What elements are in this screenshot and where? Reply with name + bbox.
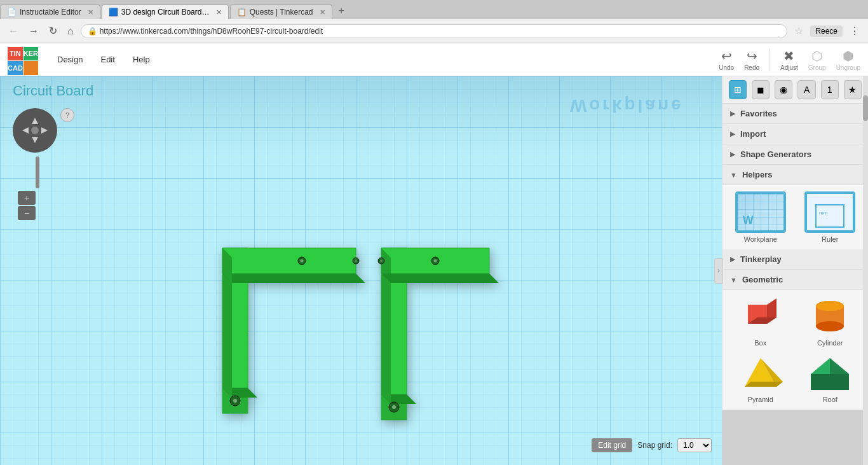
circuit-board-shape[interactable]: [172, 204, 527, 458]
svg-point-25: [434, 260, 437, 263]
menu-help[interactable]: Help: [125, 51, 158, 68]
star-view-button[interactable]: ★: [844, 80, 862, 99]
svg-marker-0: [32, 118, 38, 124]
tab-quests[interactable]: 📋 Quests | Tinkercad ✕: [230, 4, 332, 19]
adjust-action[interactable]: ✖ Adjust: [780, 48, 798, 71]
user-button[interactable]: Reece: [810, 25, 843, 37]
svg-point-4: [31, 127, 39, 134]
ungroup-icon: ⬢: [843, 48, 853, 64]
pyramid-svg: [738, 355, 783, 393]
import-section-header[interactable]: ▶ Import: [722, 124, 868, 144]
edit-grid-button[interactable]: Edit grid: [592, 438, 632, 452]
redo-label: Redo: [744, 64, 759, 71]
tab-close-2[interactable]: ✕: [216, 8, 222, 17]
svg-point-21: [392, 405, 396, 409]
helper-workplane[interactable]: Workplane: [729, 191, 792, 243]
refresh-button[interactable]: ↻: [46, 24, 60, 38]
pyramid-label: Pyramid: [748, 396, 773, 403]
canvas-area[interactable]: Workplane Circuit Board ?: [0, 76, 722, 465]
ruler-visual: mm: [806, 193, 854, 232]
panel-sections: ▶ Favorites ▶ Import ▶ Shape Generators: [722, 104, 868, 410]
redo-icon: ↪: [747, 48, 757, 64]
cube-view-button[interactable]: ◼: [752, 80, 770, 99]
tab-instructable[interactable]: 📄 Instructable Editor ✕: [0, 4, 100, 19]
logo[interactable]: TIN KER CAD: [8, 47, 39, 73]
tab-close-3[interactable]: ✕: [320, 8, 325, 17]
new-tab-button[interactable]: +: [334, 3, 349, 19]
ruler-svg: mm: [813, 202, 848, 230]
url-text: https://www.tinkercad.com/things/hD8wRoo…: [100, 27, 781, 36]
globe-view-button[interactable]: ◉: [775, 80, 792, 99]
helpers-section-header[interactable]: ▼ Helpers: [722, 165, 868, 185]
scroll-thumb: [863, 95, 868, 121]
favorites-section-header[interactable]: ▶ Favorites: [722, 104, 868, 124]
back-button[interactable]: ←: [5, 24, 22, 38]
bookmark-button[interactable]: ☆: [791, 24, 806, 38]
view-orbit-control[interactable]: [13, 108, 57, 153]
zoom-out-button[interactable]: −: [18, 206, 36, 220]
address-bar[interactable]: 🔒 https://www.tinkercad.com/things/hD8wR…: [81, 24, 788, 38]
svg-rect-30: [816, 205, 844, 227]
logo-cell-ker: KER: [24, 47, 38, 61]
group-icon: ⬡: [811, 48, 822, 64]
toolbar: TIN KER CAD Design Edit Help ↩ Undo ↪ Re…: [0, 43, 868, 76]
import-title: Import: [740, 129, 766, 139]
svg-point-41: [816, 301, 844, 311]
home-button[interactable]: ⌂: [64, 24, 77, 38]
logo-grid: TIN KER CAD: [8, 47, 36, 75]
project-title: Circuit Board: [13, 83, 93, 99]
ungroup-action[interactable]: ⬢ Ungroup: [836, 48, 860, 71]
geometric-section: Box: [722, 290, 868, 410]
help-button[interactable]: ?: [60, 108, 74, 122]
browser-chrome: 📄 Instructable Editor ✕ 🟦 3D design Circ…: [0, 0, 868, 43]
svg-point-19: [233, 399, 237, 403]
settings-button[interactable]: ⋮: [846, 24, 863, 38]
undo-icon: ↩: [721, 48, 732, 64]
shape-generators-section-header[interactable]: ▶ Shape Generators: [722, 144, 868, 165]
nav-bar: ← → ↻ ⌂ 🔒 https://www.tinkercad.com/thin…: [0, 19, 868, 43]
geo-box[interactable]: Box: [729, 296, 792, 347]
geo-roof[interactable]: Roof: [799, 353, 862, 403]
tinkerplay-section-header[interactable]: ▶ Tinkerplay: [722, 249, 868, 270]
svg-marker-6: [222, 248, 356, 274]
logo-cell-cad: CAD: [8, 61, 23, 75]
geometric-title: Geometric: [742, 275, 783, 284]
svg-point-29: [380, 260, 383, 262]
bottom-controls: Edit grid Snap grid: 1.0 0.5 0.25 2.0: [592, 438, 712, 452]
scroll-indicator[interactable]: [863, 76, 868, 410]
undo-action[interactable]: ↩ Undo: [719, 48, 734, 71]
group-action[interactable]: ⬡ Group: [808, 48, 826, 71]
panel-collapse-button[interactable]: ›: [714, 258, 723, 284]
zoom-in-button[interactable]: +: [18, 191, 36, 205]
svg-marker-14: [381, 248, 391, 404]
tab-close-1[interactable]: ✕: [88, 8, 93, 17]
roof-thumb: [804, 353, 855, 394]
geometric-arrow: ▼: [730, 276, 737, 284]
snap-select[interactable]: 1.0 0.5 0.25 2.0: [677, 438, 712, 452]
grid-view-button[interactable]: ⊞: [729, 80, 747, 99]
svg-point-40: [816, 321, 844, 331]
box-thumb: [735, 296, 786, 338]
box-svg: [738, 298, 783, 337]
app: TIN KER CAD Design Edit Help ↩ Undo ↪ Re…: [0, 43, 868, 465]
helper-ruler[interactable]: mm Ruler: [799, 191, 862, 243]
redo-action[interactable]: ↪ Redo: [744, 48, 759, 71]
toolbar-divider: [770, 48, 770, 71]
workplane-label: Workplane: [744, 235, 777, 243]
tab-bar: 📄 Instructable Editor ✕ 🟦 3D design Circ…: [0, 0, 868, 19]
box-label: Box: [754, 339, 766, 347]
geometric-grid: Box: [729, 296, 862, 403]
menu-design[interactable]: Design: [50, 51, 90, 68]
geo-pyramid[interactable]: Pyramid: [729, 353, 792, 403]
logo-cell-tin: TIN: [8, 47, 23, 61]
tab-tinkercad[interactable]: 🟦 3D design Circuit Board | T... ✕: [102, 4, 229, 19]
number-view-button[interactable]: 1: [821, 80, 839, 99]
right-panel: ⊞ ◼ ◉ A 1 ★ ▶ Favorites ▶ I: [722, 76, 868, 410]
forward-button[interactable]: →: [25, 24, 42, 38]
main-content: Workplane Circuit Board ?: [0, 76, 868, 465]
geo-cylinder[interactable]: Cylinder: [799, 296, 862, 347]
menu-edit[interactable]: Edit: [93, 51, 122, 68]
text-view-button[interactable]: A: [797, 80, 815, 99]
helpers-section: Workplane mm: [722, 185, 868, 249]
ruler-label: Ruler: [822, 235, 838, 243]
